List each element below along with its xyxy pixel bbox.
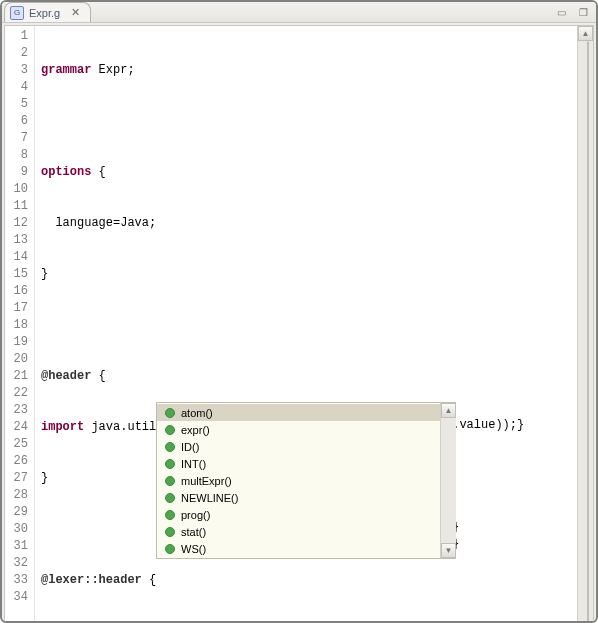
code-fragment: r.value));}: [445, 417, 524, 434]
scroll-down-icon[interactable]: ▼: [441, 543, 456, 558]
line-number: 30: [5, 521, 28, 538]
autocomplete-item-label: prog(): [181, 509, 210, 521]
tab-bar: G Expr.g ✕ ▭ ❐: [2, 2, 596, 23]
line-number: 5: [5, 96, 28, 113]
autocomplete-item-label: NEWLINE(): [181, 492, 238, 504]
line-number: 24: [5, 419, 28, 436]
line-number: 27: [5, 470, 28, 487]
autocomplete-item-label: expr(): [181, 424, 210, 436]
line-number: 2: [5, 45, 28, 62]
restore-icon[interactable]: ❐: [576, 5, 590, 19]
line-number: 28: [5, 487, 28, 504]
line-number: 10: [5, 181, 28, 198]
line-number: 21: [5, 368, 28, 385]
line-number: 17: [5, 300, 28, 317]
autocomplete-item[interactable]: INT(): [157, 455, 440, 472]
line-number: 9: [5, 164, 28, 181]
rule-icon: [165, 527, 175, 537]
grammar-file-icon: G: [10, 6, 24, 20]
rule-icon: [165, 442, 175, 452]
line-number: 7: [5, 130, 28, 147]
autocomplete-item[interactable]: stat(): [157, 523, 440, 540]
autocomplete-item[interactable]: expr(): [157, 421, 440, 438]
autocomplete-item-label: WS(): [181, 543, 206, 555]
autocomplete-item-label: multExpr(): [181, 475, 232, 487]
line-number: 1: [5, 28, 28, 45]
line-number: 23: [5, 402, 28, 419]
line-number: 13: [5, 232, 28, 249]
autocomplete-item-label: ID(): [181, 441, 199, 453]
vertical-scrollbar[interactable]: ▲ ▼: [577, 26, 593, 623]
line-number: 22: [5, 385, 28, 402]
autocomplete-item[interactable]: WS(): [157, 540, 440, 557]
rule-icon: [165, 544, 175, 554]
autocomplete-item[interactable]: multExpr(): [157, 472, 440, 489]
line-number: 26: [5, 453, 28, 470]
line-number: 25: [5, 436, 28, 453]
autocomplete-popup: atom()expr()ID()INT()multExpr()NEWLINE()…: [156, 402, 456, 559]
close-icon[interactable]: ✕: [71, 6, 80, 19]
autocomplete-item-label: stat(): [181, 526, 206, 538]
rule-icon: [165, 459, 175, 469]
line-number: 4: [5, 79, 28, 96]
rule-icon: [165, 510, 175, 520]
line-number: 20: [5, 351, 28, 368]
editor: 1234567891011121314151617181920212223242…: [4, 25, 594, 623]
line-number: 33: [5, 572, 28, 589]
line-number: 32: [5, 555, 28, 572]
line-number: 34: [5, 589, 28, 606]
autocomplete-item-label: atom(): [181, 407, 213, 419]
line-number: 12: [5, 215, 28, 232]
scroll-up-icon[interactable]: ▲: [578, 26, 593, 41]
line-number: 16: [5, 283, 28, 300]
line-number: 6: [5, 113, 28, 130]
autocomplete-item[interactable]: atom(): [157, 404, 440, 421]
autocomplete-item[interactable]: ID(): [157, 438, 440, 455]
line-number: 3: [5, 62, 28, 79]
autocomplete-item[interactable]: prog(): [157, 506, 440, 523]
autocomplete-item[interactable]: NEWLINE(): [157, 489, 440, 506]
scroll-up-icon[interactable]: ▲: [441, 403, 456, 418]
minimize-icon[interactable]: ▭: [554, 5, 568, 19]
rule-icon: [165, 408, 175, 418]
scroll-thumb[interactable]: [587, 41, 589, 623]
line-number-gutter: 1234567891011121314151617181920212223242…: [5, 26, 35, 623]
line-number: 19: [5, 334, 28, 351]
rule-icon: [165, 425, 175, 435]
line-number: 11: [5, 198, 28, 215]
line-number: 31: [5, 538, 28, 555]
rule-icon: [165, 493, 175, 503]
line-number: 18: [5, 317, 28, 334]
tab-expr-g[interactable]: G Expr.g ✕: [4, 2, 91, 22]
autocomplete-item-label: INT(): [181, 458, 206, 470]
line-number: 14: [5, 249, 28, 266]
line-number: 15: [5, 266, 28, 283]
tab-title: Expr.g: [29, 7, 60, 19]
line-number: 29: [5, 504, 28, 521]
autocomplete-scrollbar[interactable]: ▲ ▼: [440, 403, 456, 558]
line-number: 8: [5, 147, 28, 164]
rule-icon: [165, 476, 175, 486]
